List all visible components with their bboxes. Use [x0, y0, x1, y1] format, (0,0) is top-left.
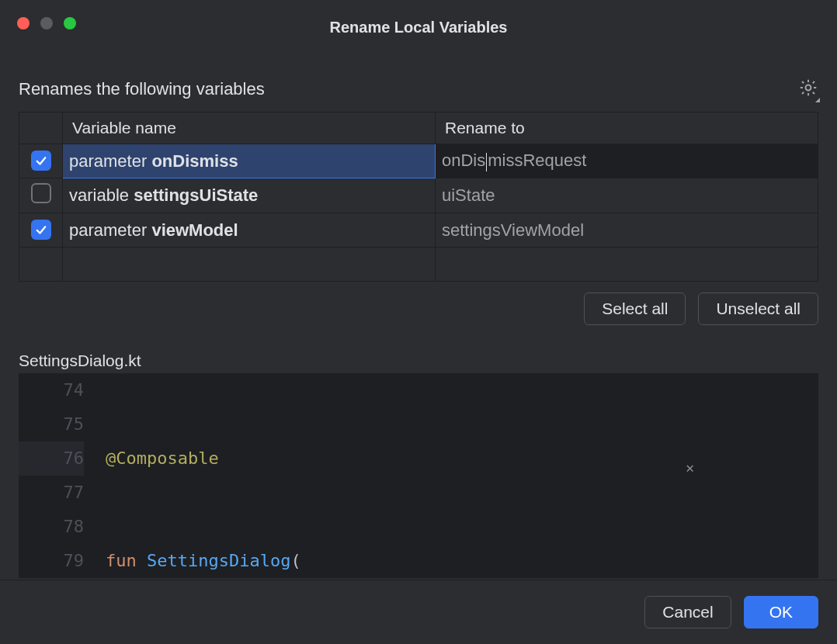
window-title: Rename Local Variables: [329, 6, 507, 36]
table-row[interactable]: parameter viewModel settingsViewModel: [19, 213, 818, 248]
checkbox-column-header: [19, 113, 63, 144]
window-minimize-button[interactable]: [40, 17, 53, 29]
dialog-subtitle: Renames the following variables: [19, 79, 265, 99]
window-maximize-button[interactable]: [64, 17, 76, 29]
window-close-button[interactable]: [17, 17, 30, 29]
variable-name-cell[interactable]: parameter viewModel: [63, 213, 436, 248]
row-checkbox[interactable]: [31, 151, 51, 171]
rename-to-cell[interactable]: onDismissRequest: [436, 144, 818, 178]
variable-name-column-header: Variable name: [63, 113, 436, 144]
code-lines: @Composable fun SettingsDialog( onDismis…: [99, 373, 818, 578]
variable-name-cell[interactable]: parameter onDismiss: [63, 144, 436, 178]
gutter: 74 75 76 77 78 79: [19, 373, 99, 578]
close-icon[interactable]: ✕: [686, 451, 694, 485]
titlebar: Rename Local Variables: [0, 0, 837, 42]
traffic-lights: [17, 17, 76, 29]
cancel-button[interactable]: Cancel: [644, 596, 731, 628]
file-name-label: SettingsDialog.kt: [19, 351, 818, 370]
row-checkbox[interactable]: [31, 183, 51, 203]
rename-to-cell[interactable]: settingsViewModel: [436, 213, 818, 248]
gear-icon[interactable]: [798, 78, 818, 101]
code-preview[interactable]: 74 75 76 77 78 79 @Composable fun Settin…: [19, 373, 818, 578]
row-checkbox[interactable]: [31, 220, 51, 240]
table-row[interactable]: parameter onDismiss onDismissRequest: [19, 144, 818, 178]
variables-table: Variable name Rename to parameter onDism…: [19, 112, 818, 282]
table-row[interactable]: variable settingsUiState uiState: [19, 178, 818, 213]
rename-to-cell[interactable]: uiState: [436, 178, 818, 213]
svg-point-0: [806, 85, 811, 91]
select-all-button[interactable]: Select all: [584, 293, 686, 325]
unselect-all-button[interactable]: Unselect all: [698, 293, 818, 325]
variable-name-cell[interactable]: variable settingsUiState: [63, 178, 436, 213]
rename-to-column-header: Rename to: [436, 113, 818, 144]
ok-button[interactable]: OK: [744, 596, 818, 628]
